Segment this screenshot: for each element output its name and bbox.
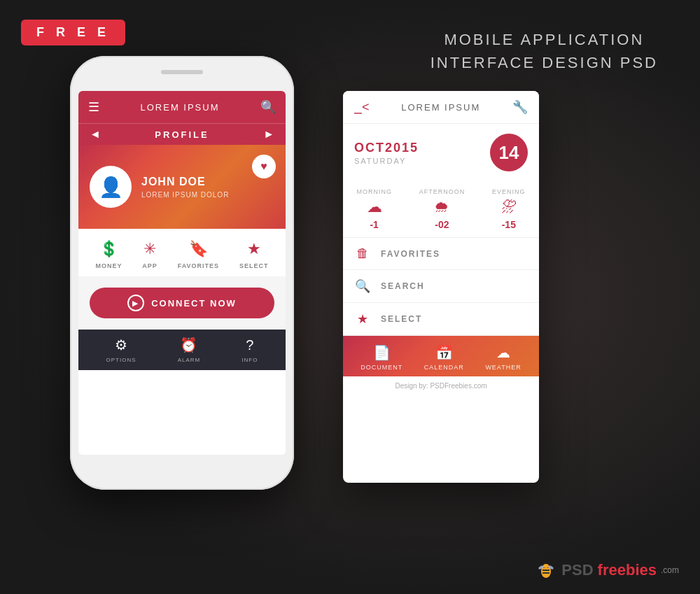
document-label: DOCUMENT	[360, 364, 402, 371]
menu-item-money[interactable]: 💲 MONEY	[95, 240, 122, 269]
favorites-label: FAVORITES	[381, 249, 440, 259]
panel-nav-weather[interactable]: ☁ WEATHER	[485, 344, 521, 371]
phone-topbar-title: LOREM IPSUM	[140, 102, 219, 113]
search-icon[interactable]: 🔍	[260, 99, 276, 115]
connect-section: ▶ CONNECT NOW	[78, 276, 286, 330]
alarm-icon: ⏰	[180, 337, 197, 353]
profile-subtitle: LOREM IPSUM DOLOR	[141, 191, 274, 199]
panel-nav-document[interactable]: 📄 DOCUMENT	[360, 344, 402, 371]
menu-item-favorites[interactable]: 🔖 FAVORITES	[178, 240, 219, 269]
free-badge: F R E E	[21, 20, 125, 45]
star-icon-panel: ★	[354, 311, 371, 327]
evening-label: EVENING	[492, 188, 526, 195]
search-label: SEARCH	[381, 281, 425, 291]
play-icon: ▶	[127, 295, 144, 311]
menu-icons-row: 💲 MONEY ✳ APP 🔖 FAVORITES ★ SELECT	[78, 229, 286, 276]
panel-mockup-right: ⎯< LOREM IPSUM 🔧 OCT2015 SATURDAY 14 MOR…	[343, 91, 539, 483]
com-text: .com	[661, 565, 679, 575]
weather-icon: ☁	[496, 344, 510, 361]
search-icon-panel: 🔍	[354, 278, 371, 294]
weather-section: MORNING ☁ -1 AFTERNOON 🌧 -02 EVENING ⛈ -…	[343, 181, 539, 238]
svg-rect-2	[542, 570, 550, 571]
profile-bar: ◄ PROFILE ►	[78, 123, 286, 145]
svg-rect-3	[542, 572, 550, 574]
heart-button[interactable]: ♥	[252, 155, 276, 178]
hamburger-icon[interactable]: ☰	[88, 99, 99, 115]
storm-icon-evening: ⛈	[501, 198, 517, 216]
connect-now-button[interactable]: ▶ CONNECT NOW	[90, 288, 274, 318]
nav-options-label: OPTIONS	[106, 357, 136, 363]
nav-item-alarm[interactable]: ⏰ ALARM	[178, 337, 201, 363]
psdfreebies-logo: PSDfreebies.com	[535, 559, 679, 581]
panel-menu-select[interactable]: ★ SELECT	[343, 303, 539, 336]
star-icon: ★	[247, 240, 261, 258]
calendar-icon: 📅	[435, 344, 453, 361]
panel-nav-calendar[interactable]: 📅 CALENDAR	[424, 344, 464, 371]
panel-menu-search[interactable]: 🔍 SEARCH	[343, 270, 539, 303]
panel-topbar-title: LOREM IPSUM	[401, 102, 480, 113]
wrench-icon[interactable]: 🔧	[512, 99, 528, 115]
nav-info-label: INFO	[241, 357, 258, 363]
nav-item-options[interactable]: ⚙ OPTIONS	[106, 337, 136, 363]
weather-label: WEATHER	[485, 364, 521, 371]
select-label: SELECT	[381, 314, 422, 324]
profile-bar-label: PROFILE	[155, 129, 209, 140]
freebies-text: freebies	[598, 561, 657, 579]
connect-now-label: CONNECT NOW	[151, 298, 237, 309]
rain-icon-afternoon: 🌧	[434, 198, 449, 216]
info-icon: ?	[246, 337, 253, 353]
morning-label: MORNING	[356, 188, 392, 195]
phone-screen: ☰ LOREM IPSUM 🔍 ◄ PROFILE ► 👤 JOHN DOE L…	[78, 91, 286, 455]
bookmark-icon: 🔖	[189, 240, 208, 258]
day-name: SATURDAY	[354, 157, 419, 165]
user-icon: 👤	[99, 176, 123, 199]
next-arrow-icon[interactable]: ►	[263, 128, 274, 141]
svg-point-4	[543, 564, 549, 568]
phone-topbar: ☰ LOREM IPSUM 🔍	[78, 91, 286, 123]
menu-item-select-label: SELECT	[239, 262, 269, 269]
panel-footer: Design by: PSDFreebies.com	[343, 376, 539, 395]
money-icon: 💲	[99, 240, 118, 258]
document-icon: 📄	[373, 344, 391, 361]
nav-item-info[interactable]: ? INFO	[241, 337, 258, 363]
menu-item-select[interactable]: ★ SELECT	[239, 240, 269, 269]
cloud-icon-morning: ☁	[367, 198, 382, 216]
options-icon: ⚙	[115, 337, 127, 353]
profile-name: JOHN DOE	[141, 176, 274, 188]
psd-text: PSD	[561, 561, 593, 579]
menu-item-money-label: MONEY	[95, 262, 122, 269]
weather-morning: MORNING ☁ -1	[356, 188, 392, 230]
afternoon-label: AFTERNOON	[419, 188, 465, 195]
phone-speaker	[161, 70, 203, 74]
menu-item-app-label: APP	[142, 262, 158, 269]
calendar-label: CALENDAR	[424, 364, 464, 371]
morning-temp: -1	[370, 219, 378, 230]
afternoon-temp: -02	[435, 219, 449, 230]
phone-body: ☰ LOREM IPSUM 🔍 ◄ PROFILE ► 👤 JOHN DOE L…	[70, 56, 294, 490]
profile-section: 👤 JOHN DOE LOREM IPSUM DOLOR ♥	[78, 145, 286, 229]
date-circle: 14	[490, 134, 528, 171]
menu-item-app[interactable]: ✳ APP	[142, 240, 158, 269]
page-title: MOBILE APPLICATION INTERFACE DESIGN PSD	[430, 28, 658, 74]
profile-info: JOHN DOE LOREM IPSUM DOLOR	[141, 176, 274, 199]
heart-icon: ♥	[260, 160, 267, 173]
menu-item-favorites-label: FAVORITES	[178, 262, 219, 269]
avatar: 👤	[90, 166, 132, 208]
panel-bottom-nav: 📄 DOCUMENT 📅 CALENDAR ☁ WEATHER	[343, 336, 539, 376]
bee-icon	[535, 559, 557, 581]
month-year: OCT2015	[354, 141, 419, 155]
panel-menu-favorites[interactable]: 🗑 FAVORITES	[343, 238, 539, 270]
app-icon: ✳	[144, 240, 156, 258]
weather-afternoon: AFTERNOON 🌧 -02	[419, 188, 465, 230]
date-section: OCT2015 SATURDAY 14	[343, 124, 539, 181]
phone-mockup-left: ☰ LOREM IPSUM 🔍 ◄ PROFILE ► 👤 JOHN DOE L…	[70, 56, 294, 490]
evening-temp: -15	[502, 219, 516, 230]
panel-topbar: ⎯< LOREM IPSUM 🔧	[343, 91, 539, 124]
phone-bottom-nav: ⚙ OPTIONS ⏰ ALARM ? INFO	[78, 330, 286, 370]
date-info: OCT2015 SATURDAY	[354, 141, 419, 165]
share-icon[interactable]: ⎯<	[354, 100, 370, 115]
nav-alarm-label: ALARM	[178, 357, 201, 363]
prev-arrow-icon[interactable]: ◄	[90, 128, 101, 141]
weather-evening: EVENING ⛈ -15	[492, 188, 526, 230]
trash-icon: 🗑	[354, 246, 371, 261]
